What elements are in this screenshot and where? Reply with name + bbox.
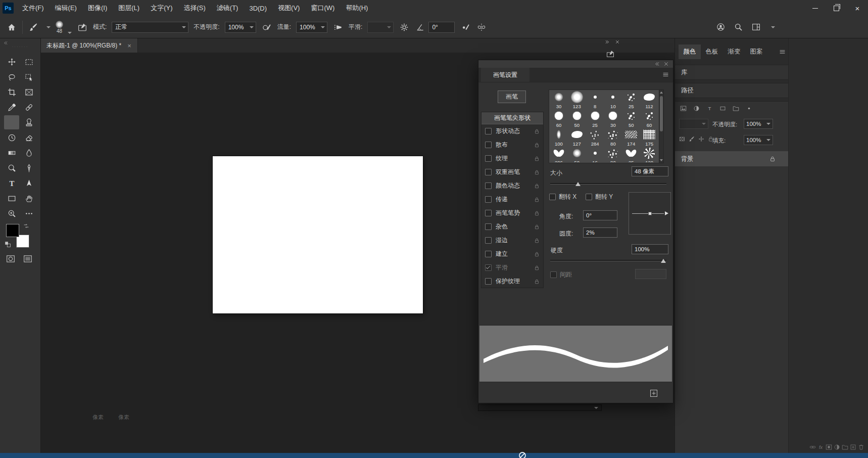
hardness-slider[interactable] bbox=[550, 259, 666, 263]
brush-preset[interactable]: 50 bbox=[568, 109, 586, 128]
roundness-input[interactable]: 2% bbox=[583, 227, 617, 238]
brush-tool[interactable] bbox=[4, 115, 19, 129]
menu-item[interactable]: 选择(S) bbox=[178, 0, 211, 16]
brush-preset[interactable]: 80 bbox=[604, 147, 622, 162]
hand-tool[interactable] bbox=[21, 191, 36, 205]
lock-icon[interactable] bbox=[534, 210, 540, 216]
checkbox[interactable] bbox=[485, 278, 492, 285]
zoom-tool[interactable] bbox=[4, 206, 19, 220]
libraries-panel-header[interactable]: 库 bbox=[675, 65, 789, 80]
new-layer-icon[interactable] bbox=[850, 444, 856, 450]
link-icon[interactable] bbox=[809, 444, 816, 450]
tip-center-node[interactable] bbox=[648, 212, 652, 215]
brush-preset[interactable]: 123 bbox=[568, 90, 586, 109]
blend-mode-select[interactable]: 正常 bbox=[112, 22, 188, 33]
move-tool[interactable] bbox=[4, 55, 19, 69]
swap-colors-icon[interactable] bbox=[22, 222, 30, 230]
menu-item[interactable]: 文件(F) bbox=[17, 0, 50, 16]
menu-item[interactable]: 3D(D) bbox=[244, 0, 272, 16]
lasso-tool[interactable] bbox=[4, 70, 19, 84]
expand-panel-icon[interactable] bbox=[605, 39, 610, 44]
taskbar-app-icon[interactable] bbox=[518, 451, 526, 458]
object-selection-tool[interactable] bbox=[21, 70, 36, 84]
slider-thumb[interactable] bbox=[575, 182, 581, 186]
checkbox[interactable] bbox=[550, 271, 557, 278]
checkbox[interactable] bbox=[485, 264, 492, 271]
menu-item[interactable]: 滤镜(T) bbox=[211, 0, 244, 16]
lock-icon[interactable] bbox=[534, 183, 540, 189]
brush-settings-tab[interactable]: 画笔设置 bbox=[481, 68, 529, 82]
eraser-tool[interactable] bbox=[21, 130, 36, 145]
workspace-icon[interactable] bbox=[751, 22, 762, 33]
slider-thumb[interactable] bbox=[661, 259, 666, 263]
type-tool[interactable]: T bbox=[4, 176, 19, 190]
brush-tip-shape-item[interactable]: 画笔笔尖形状 bbox=[481, 112, 543, 124]
brush-option-颜色动态[interactable]: 颜色动态 bbox=[481, 179, 543, 193]
image-icon[interactable] bbox=[680, 105, 687, 112]
dock-tab-颜色[interactable]: 颜色 bbox=[679, 44, 701, 59]
lock-icon[interactable] bbox=[534, 197, 540, 203]
panel-titlebar[interactable] bbox=[478, 60, 673, 68]
blur-tool[interactable] bbox=[21, 146, 36, 160]
brush-preset[interactable]: 25 bbox=[622, 147, 640, 162]
checkbox[interactable] bbox=[549, 194, 556, 200]
brush-option-保护纹理[interactable]: 保护纹理 bbox=[481, 274, 543, 288]
size-input[interactable]: 48 像素 bbox=[632, 166, 668, 176]
edit-toolbar[interactable] bbox=[21, 206, 36, 220]
checkbox[interactable] bbox=[485, 237, 492, 244]
spacing-checkbox[interactable]: 间距 bbox=[550, 270, 572, 279]
shape-tool[interactable] bbox=[4, 191, 19, 205]
minimize-button[interactable] bbox=[804, 0, 826, 16]
brush-option-纹理[interactable]: 纹理 bbox=[481, 152, 543, 165]
scroll-up-icon[interactable] bbox=[660, 91, 663, 94]
path-selection-tool[interactable] bbox=[21, 176, 36, 190]
lock-icon[interactable] bbox=[769, 156, 776, 162]
menu-item[interactable]: 图层(L) bbox=[113, 0, 145, 16]
menu-item[interactable]: 图像(I) bbox=[82, 0, 113, 16]
preset-scrollbar[interactable] bbox=[659, 90, 663, 163]
opacity-select[interactable]: 100% bbox=[225, 22, 256, 33]
history-brush-tool[interactable] bbox=[4, 130, 19, 145]
menu-item[interactable]: 窗口(W) bbox=[305, 0, 340, 16]
checkbox[interactable] bbox=[485, 223, 492, 230]
menu-item[interactable]: 文字(Y) bbox=[145, 0, 178, 16]
brush-option-平滑[interactable]: 平滑 bbox=[481, 261, 543, 274]
chevron-down-icon[interactable] bbox=[594, 407, 598, 409]
healing-brush-tool[interactable] bbox=[21, 100, 36, 114]
lock-icon[interactable] bbox=[534, 142, 540, 148]
brush-tool-icon[interactable] bbox=[28, 22, 39, 33]
eyedropper-tool[interactable] bbox=[4, 100, 19, 114]
lock-icon[interactable] bbox=[534, 169, 540, 175]
foreground-color-swatch[interactable] bbox=[6, 224, 19, 237]
brush-preset[interactable]: 60 bbox=[550, 109, 568, 128]
smoothing-select[interactable] bbox=[367, 22, 394, 33]
menu-item[interactable]: 视图(V) bbox=[272, 0, 305, 16]
airbrush-icon[interactable] bbox=[332, 22, 344, 33]
brush-option-建立[interactable]: 建立 bbox=[481, 247, 543, 261]
search-icon[interactable] bbox=[733, 22, 744, 33]
document-canvas[interactable] bbox=[213, 156, 423, 313]
pressure-opacity-icon[interactable] bbox=[261, 22, 272, 33]
collapse-icon[interactable] bbox=[654, 61, 660, 67]
size-slider[interactable] bbox=[550, 182, 666, 186]
chevron-down-icon[interactable] bbox=[771, 26, 775, 28]
dodge-tool[interactable] bbox=[4, 161, 19, 175]
panel-menu-icon[interactable] bbox=[779, 49, 786, 55]
brush-preset[interactable]: 10 bbox=[604, 90, 622, 109]
brush-option-画笔笔势[interactable]: 画笔笔势 bbox=[481, 206, 543, 220]
folder-icon[interactable] bbox=[733, 105, 739, 112]
hardness-input[interactable]: 100% bbox=[632, 244, 668, 254]
brush-option-传递[interactable]: 传递 bbox=[481, 193, 543, 206]
lock-icon[interactable] bbox=[534, 128, 540, 134]
lock-icon[interactable] bbox=[534, 238, 540, 244]
brushes-button[interactable]: 画笔 bbox=[498, 90, 526, 103]
layer-blend-mode-select[interactable] bbox=[679, 119, 708, 129]
quick-mask-icon[interactable] bbox=[6, 254, 16, 263]
fx-icon[interactable]: fx bbox=[817, 444, 824, 450]
layer-row-background[interactable]: 背景 bbox=[675, 151, 789, 166]
panel-menu-icon[interactable] bbox=[662, 71, 669, 78]
lock-icon[interactable] bbox=[534, 156, 540, 162]
screen-mode-icon[interactable] bbox=[23, 254, 33, 263]
frame-tool[interactable] bbox=[21, 85, 36, 99]
menu-item[interactable]: 编辑(E) bbox=[50, 0, 82, 16]
